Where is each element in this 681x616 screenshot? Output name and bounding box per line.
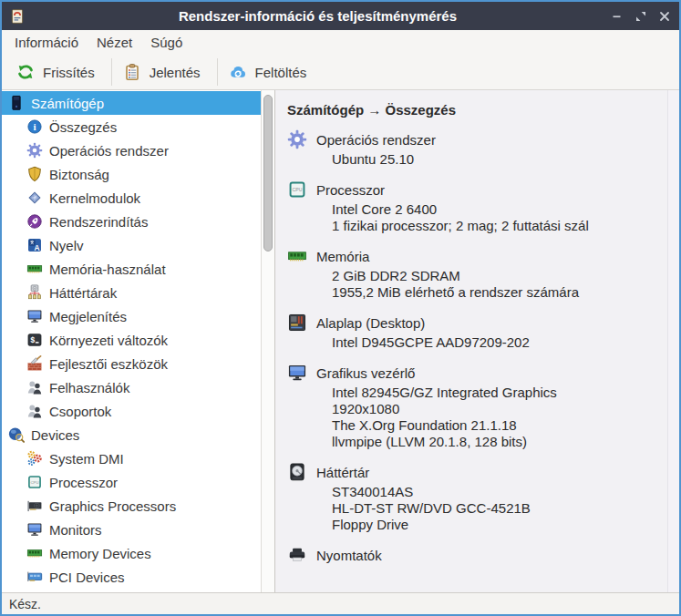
sidebar-item-label: Számítógép [31, 96, 104, 111]
sidebar-item-label: Memory Devices [49, 546, 151, 561]
content-scrollbar[interactable] [667, 90, 679, 592]
sidebar-item-label: Rendszerindítás [49, 214, 148, 230]
sidebar-scrollbar-thumb[interactable] [263, 95, 273, 252]
section-line: llvmpipe (LLVM 20.1.8, 128 bits) [332, 434, 662, 450]
section-line: Ubuntu 25.10 [332, 151, 662, 168]
section-processzor: CPUProcesszorIntel Core 2 64001 fizikai … [287, 180, 662, 234]
sidebar-item-label: Megjelenítés [49, 309, 127, 324]
terminal-icon: $ [26, 332, 43, 348]
toolbar-separator [217, 58, 218, 86]
section-line: Floppy Drive [332, 517, 662, 533]
sidebar-item-label: Fejlesztői eszközök [49, 356, 168, 372]
titlebar[interactable]: Rendszer-információ és teljesítménymérés [2, 2, 679, 30]
storage-tree-icon [26, 284, 43, 301]
sidebar-item-operacios-rendszer[interactable]: Operációs rendszer [2, 139, 261, 162]
report-clipboard-icon [123, 63, 141, 81]
sidebar-item-biztonsag[interactable]: Biztonság [2, 162, 261, 186]
section-line: 1920x1080 [332, 401, 662, 417]
toolbar: FrissítésJelentésFeltöltés [2, 55, 679, 90]
sidebar-item-processzor[interactable]: CPUProcesszor [2, 470, 261, 494]
motherboard-icon [287, 313, 307, 333]
display-monitor-icon [26, 521, 43, 538]
section-line: 1 fizikai processzor; 2 mag; 2 futtatási… [332, 218, 662, 234]
sidebar-item-label: Processzor [49, 475, 118, 490]
sidebar-tree: SzámítógépiÖsszegzésOperációs rendszerBi… [2, 90, 261, 592]
section-header: Grafikus vezérlő [287, 363, 662, 383]
memory-ram-icon [26, 261, 43, 277]
section-memoria: Memória2 GiB DDR2 SDRAM1955,2 MiB elérhe… [287, 246, 662, 301]
sidebar-item-memory-devices[interactable]: Memory Devices [2, 541, 261, 565]
memory-ram-icon [26, 545, 43, 561]
sidebar-item-label: Monitors [49, 522, 102, 538]
section-hattertar: HáttértárST340014ASHL-DT-ST RW/DVD GCC-4… [287, 462, 662, 533]
toolbar-button-feltoltes[interactable]: Feltöltés [220, 55, 322, 89]
section-title: Processzor [316, 182, 385, 198]
sidebar-item-csoportok[interactable]: Csoportok [2, 399, 261, 423]
maximize-button[interactable] [634, 9, 648, 24]
display-monitor-icon [287, 363, 307, 383]
toolbar-button-frissites[interactable]: Frissítés [7, 55, 109, 89]
menu-item-nezet[interactable]: Nézet [88, 32, 141, 53]
window-controls [610, 9, 672, 24]
section-title: Háttértár [316, 465, 369, 480]
section-header: CPUProcesszor [287, 180, 662, 200]
sidebar-scrollbar[interactable] [261, 90, 274, 592]
sidebar-item-osszegzes[interactable]: iÖsszegzés [2, 115, 261, 139]
devtools-bricks-icon [26, 355, 43, 372]
sidebar-item-system-dmi[interactable]: System DMI [2, 447, 261, 470]
sidebar-item-memoria-hasznalat[interactable]: Memória-használat [2, 257, 261, 281]
users-icon [26, 379, 43, 395]
pci-card-icon [26, 569, 43, 585]
section-lines: Intel Core 2 64001 fizikai processzor; 2… [332, 201, 662, 234]
sidebar-item-label: Operációs rendszer [49, 143, 169, 159]
sidebar-item-graphics-processors[interactable]: Graphics Processors [2, 494, 261, 518]
minimize-button[interactable] [610, 9, 624, 24]
section-title: Operációs rendszer [316, 132, 436, 148]
svg-text:CPU: CPU [292, 187, 302, 192]
sidebar-item-kornyezeti-valtozok[interactable]: $Környezeti változók [2, 328, 261, 352]
section-line: Intel D945GCPE AAD97209-202 [332, 334, 662, 351]
svg-text:CPU: CPU [30, 480, 38, 485]
security-shield-icon [26, 166, 43, 182]
cpu-chip-icon: CPU [287, 180, 307, 200]
sidebar-item-label: Csoportok [49, 404, 111, 419]
harddisk-icon [287, 462, 307, 482]
sidebar-item-rendszerinditas[interactable]: Rendszerindítás [2, 210, 261, 233]
sidebar-item-label: Devices [31, 427, 79, 443]
os-gear-icon [26, 142, 43, 159]
menu-item-sugo[interactable]: Súgó [141, 32, 191, 53]
sidebar-item-monitors[interactable]: Monitors [2, 518, 261, 541]
refresh-icon [16, 63, 35, 81]
os-gear-icon [287, 129, 307, 149]
sidebar-item-megjelenites[interactable]: Megjelenítés [2, 304, 261, 328]
section-lines: ST340014ASHL-DT-ST RW/DVD GCC-4521BFlopp… [332, 484, 662, 533]
sidebar-item-szamitogep[interactable]: Számítógép [2, 91, 261, 115]
sidebar-item-devices[interactable]: Devices [2, 423, 261, 447]
sidebar-item-fejlesztoi-eszkozok[interactable]: Fejlesztői eszközök [2, 352, 261, 375]
sidebar-item-hattertarak[interactable]: Háttértárak [2, 281, 261, 304]
section-title: Alaplap (Desktop) [316, 315, 425, 331]
groups-icon [26, 403, 43, 419]
section-title: Grafikus vezérlő [316, 365, 415, 381]
sidebar-item-kernelmodulok[interactable]: Kernelmodulok [2, 186, 261, 210]
menu-item-informacio[interactable]: Információ [5, 32, 88, 53]
sidebar-item-nyelv[interactable]: ANyelv [2, 233, 261, 257]
close-button[interactable] [657, 9, 672, 24]
computer-tower-icon [8, 95, 25, 111]
section-line: ST340014AS [332, 484, 662, 500]
kernel-diamond-icon [26, 190, 43, 206]
svg-text:i: i [33, 121, 36, 132]
sidebar-item-label: Nyelv [49, 238, 84, 253]
section-lines: Ubuntu 25.10 [332, 151, 662, 168]
toolbar-button-label: Feltöltés [255, 65, 307, 80]
section-operacios-rendszer: Operációs rendszerUbuntu 25.10 [287, 129, 662, 168]
section-line: 1955,2 MiB elérhető a rendszer számára [332, 284, 662, 301]
section-line: 2 GiB DDR2 SDRAM [332, 268, 662, 284]
toolbar-button-label: Frissítés [43, 65, 95, 80]
sidebar-item-felhasznalok[interactable]: Felhasználók [2, 375, 261, 399]
sidebar-item-pci-devices[interactable]: PCI Devices [2, 565, 261, 589]
toolbar-button-jelentes[interactable]: Jelentés [114, 55, 215, 89]
summary-info-icon: i [26, 118, 43, 135]
sidebar-item-label: PCI Devices [49, 570, 125, 585]
section-line: The X.Org Foundation 21.1.18 [332, 417, 662, 434]
